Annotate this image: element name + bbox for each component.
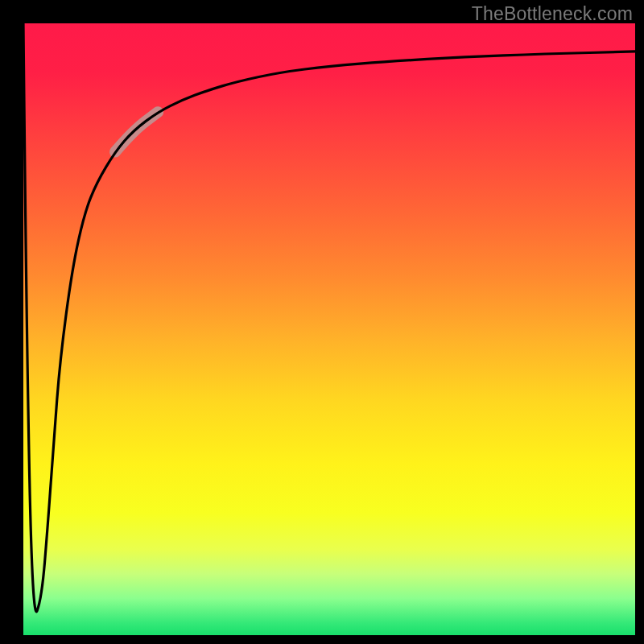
watermark-text: TheBottleneck.com: [472, 3, 633, 25]
bottleneck-curve: [23, 23, 635, 635]
plot-area: [23, 23, 635, 635]
curve-main: [23, 23, 635, 612]
chart-frame: TheBottleneck.com: [0, 0, 644, 644]
